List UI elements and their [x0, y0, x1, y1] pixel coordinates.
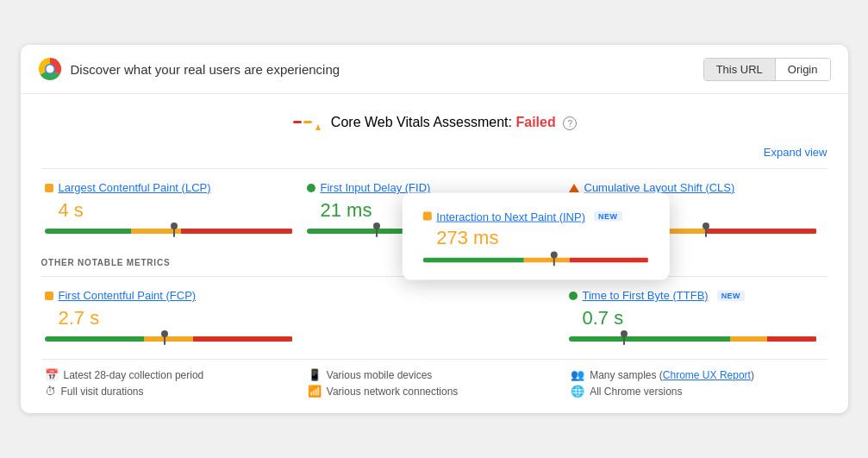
inp-popup-label: Interaction to Next Paint (INP) NEW — [422, 210, 648, 223]
lcp-dot-icon — [45, 184, 53, 192]
expand-view: Expand view — [41, 144, 827, 160]
header-title: Discover what your real users are experi… — [71, 62, 340, 77]
this-url-button[interactable]: This URL — [704, 59, 776, 80]
footer-samples: 👥 Many samples (Chrome UX Report) — [567, 367, 827, 383]
footer: 📅 Latest 28-day collection period ⏱ Full… — [41, 359, 827, 399]
mobile-icon: 📱 — [308, 368, 322, 381]
inp-popup-badge: NEW — [594, 211, 621, 222]
chrome-logo-icon — [38, 57, 62, 81]
globe-icon: 🌐 — [571, 385, 584, 398]
footer-mobile-devices: 📱 Various mobile devices — [304, 367, 564, 383]
metric-ttfb: Time to First Byte (TTFB) NEW 0.7 s — [565, 289, 827, 355]
help-icon[interactable]: ? — [563, 116, 577, 130]
fid-dot-icon — [307, 184, 315, 192]
footer-visit-durations: ⏱ Full visit durations — [41, 383, 301, 399]
inp-popup-dot-icon — [422, 212, 431, 221]
ttfb-bar — [569, 336, 817, 342]
fcp-dot-icon — [45, 292, 53, 300]
calendar-icon: 📅 — [45, 368, 59, 381]
header-left: Discover what your real users are experi… — [38, 57, 340, 81]
card-header: Discover what your real users are experi… — [21, 45, 848, 94]
svg-marker-7 — [315, 124, 321, 130]
assessment-row: Core Web Vitals Assessment: Failed ? — [41, 108, 827, 137]
metric-fcp-label: First Contentful Paint (FCP) — [45, 289, 293, 302]
origin-button[interactable]: Origin — [776, 59, 830, 80]
svg-point-4 — [46, 66, 53, 73]
network-icon: 📶 — [308, 385, 322, 398]
fcp-value: 2.7 s — [45, 307, 293, 329]
svg-rect-5 — [293, 121, 302, 123]
timer-icon: ⏱ — [45, 385, 56, 398]
footer-col3: 👥 Many samples (Chrome UX Report) 🌐 All … — [567, 367, 827, 399]
footer-network: 📶 Various network connections — [304, 383, 564, 399]
ttfb-value: 0.7 s — [569, 307, 817, 329]
metric-lcp-label: Largest Contentful Paint (LCP) — [45, 181, 293, 194]
fcp-bar — [45, 336, 293, 342]
inp-popup-bar — [422, 257, 648, 262]
ttfb-dot-icon — [569, 292, 578, 300]
footer-col2: 📱 Various mobile devices 📶 Various netwo… — [304, 367, 564, 399]
lcp-bar — [45, 229, 293, 234]
lcp-link[interactable]: Largest Contentful Paint (LCP) — [59, 181, 211, 194]
assessment-icon — [291, 108, 321, 137]
footer-collection-period: 📅 Latest 28-day collection period — [41, 367, 301, 383]
ttfb-new-badge: NEW — [717, 291, 745, 301]
inp-popup-link[interactable]: Interaction to Next Paint (INP) — [436, 210, 585, 223]
metric-lcp: Largest Contentful Paint (LCP) 4 s — [41, 181, 303, 248]
inp-popup-value: 273 ms — [422, 226, 648, 248]
other-metrics-grid: First Contentful Paint (FCP) 2.7 s — [41, 276, 827, 355]
cls-triangle-icon — [569, 184, 579, 192]
people-icon: 👥 — [571, 368, 584, 381]
assessment-status: Failed — [515, 115, 555, 129]
assessment-label: Core Web Vitals Assessment: Failed ? — [331, 115, 577, 131]
footer-chrome-versions: 🌐 All Chrome versions — [567, 383, 827, 399]
chrome-ux-report-link[interactable]: Chrome UX Report — [663, 369, 751, 381]
lcp-value: 4 s — [45, 199, 293, 222]
ttfb-link[interactable]: Time to First Byte (TTFB) — [583, 289, 709, 302]
svg-rect-6 — [303, 121, 312, 123]
fcp-link[interactable]: First Contentful Paint (FCP) — [59, 289, 197, 302]
metric-ttfb-label: Time to First Byte (TTFB) NEW — [569, 289, 817, 302]
metric-fcp: First Contentful Paint (FCP) 2.7 s — [41, 289, 303, 355]
header-buttons: This URL Origin — [703, 58, 831, 81]
expand-view-link[interactable]: Expand view — [764, 146, 827, 159]
inp-popup: Interaction to Next Paint (INP) NEW 273 … — [402, 192, 669, 279]
footer-col1: 📅 Latest 28-day collection period ⏱ Full… — [41, 367, 301, 399]
